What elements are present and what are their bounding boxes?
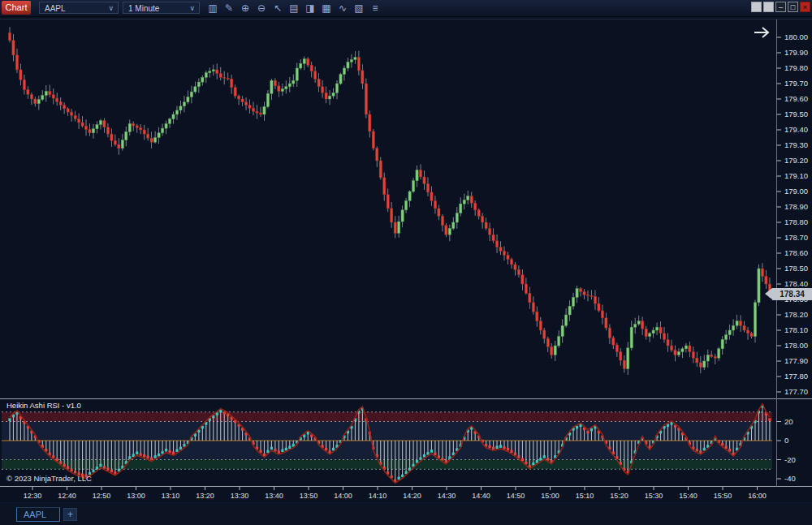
time-axis-label: 15:50 xyxy=(714,492,732,500)
time-axis-label: 14:10 xyxy=(369,492,387,500)
price-axis-label: 178.20 xyxy=(784,310,808,319)
rsi-axis-label: -40 xyxy=(784,474,796,483)
time-axis-label: 15:40 xyxy=(679,492,698,500)
cursor-icon[interactable]: ↖ xyxy=(270,1,286,16)
price-axis[interactable]: 180.00179.90179.80179.70179.60179.50179.… xyxy=(777,32,809,396)
time-axis-label: 14:50 xyxy=(507,492,525,500)
price-axis-label: 178.10 xyxy=(784,325,808,334)
time-axis-label: 13:30 xyxy=(231,492,249,500)
price-axis-label: 179.40 xyxy=(784,125,808,134)
layout-slot-2-button[interactable] xyxy=(763,2,774,12)
rsi-axis-label: 20 xyxy=(784,417,793,426)
price-axis-label: 179.20 xyxy=(784,156,808,165)
time-axis[interactable]: 12:3012:4012:5013:0013:1013:2013:3013:40… xyxy=(24,487,767,500)
zoom-in-icon[interactable]: ⊕ xyxy=(237,1,253,16)
price-axis-label: 178.80 xyxy=(784,217,808,226)
price-axis-label: 179.30 xyxy=(784,140,808,149)
price-axis-label: 178.40 xyxy=(784,279,808,288)
symbol-select-value: AAPL xyxy=(45,4,66,13)
price-axis-label: 178.00 xyxy=(784,341,808,350)
interval-select[interactable]: 1 Minute ∨ xyxy=(123,2,200,14)
window-title-badge: Chart xyxy=(2,1,31,15)
time-axis-label: 13:40 xyxy=(265,492,283,500)
symbol-select[interactable]: AAPL ∨ xyxy=(39,2,119,14)
time-axis-label: 15:20 xyxy=(610,492,628,500)
price-axis-label: 177.70 xyxy=(784,387,808,396)
price-axis-label: 179.00 xyxy=(784,187,808,196)
last-price-value: 178.34 xyxy=(772,288,812,300)
time-axis-label: 15:30 xyxy=(645,492,663,500)
chart-style-icon[interactable]: ▥ xyxy=(205,1,221,16)
candlestick-series xyxy=(8,27,771,375)
price-axis-label: 177.80 xyxy=(784,372,808,381)
price-axis-label: 179.70 xyxy=(784,79,808,88)
copyright-text: © 2023 NinjaTrader, LLC xyxy=(6,474,92,483)
rsi-axis-label: 0 xyxy=(784,436,788,445)
properties-icon[interactable]: ▧ xyxy=(351,1,367,16)
window-controls: –□× xyxy=(749,2,810,13)
chevron-down-icon: ∨ xyxy=(108,2,114,15)
time-axis-label: 13:50 xyxy=(300,492,318,500)
time-axis-label: 12:50 xyxy=(93,492,111,500)
chart-window: 180.00179.90179.80179.70179.60179.50179.… xyxy=(0,0,812,525)
time-axis-label: 12:30 xyxy=(24,492,42,500)
price-axis-label: 178.50 xyxy=(784,264,808,273)
add-tab-button[interactable]: + xyxy=(63,508,77,521)
minimize-button[interactable]: – xyxy=(775,2,786,12)
chart-trader-icon[interactable]: ◨ xyxy=(302,1,318,16)
time-axis-label: 13:00 xyxy=(127,492,145,500)
price-axis-label: 178.60 xyxy=(784,248,808,257)
indicator-title: Heikin Ashi RSI - v1.0 xyxy=(6,401,81,410)
time-axis-label: 13:10 xyxy=(162,492,180,500)
indicators-icon[interactable]: ▦ xyxy=(318,1,335,16)
close-button[interactable]: × xyxy=(800,2,810,12)
zoom-out-icon[interactable]: ⊖ xyxy=(253,1,270,16)
settings-list-icon[interactable]: ≡ xyxy=(367,1,383,16)
data-series-icon[interactable]: ▤ xyxy=(286,1,302,16)
price-axis-label: 179.80 xyxy=(784,63,808,72)
time-axis-label: 14:30 xyxy=(438,492,456,500)
price-axis-label: 179.60 xyxy=(784,94,808,103)
time-axis-label: 12:40 xyxy=(58,492,76,500)
heikin-ashi-rsi-panel: 200-20-40 xyxy=(2,404,796,484)
interval-select-value: 1 Minute xyxy=(128,4,159,13)
price-axis-label: 179.50 xyxy=(784,110,808,118)
draw-tools-icon[interactable]: ✎ xyxy=(221,1,237,16)
price-axis-label: 178.70 xyxy=(784,233,808,242)
toolbar: Chart AAPL ∨ 1 Minute ∨ ▥✎⊕⊖↖▤◨▦∿▧≡ –□× xyxy=(0,0,812,17)
strategies-icon[interactable]: ∿ xyxy=(335,1,351,16)
time-axis-label: 14:20 xyxy=(403,492,421,500)
price-axis-label: 179.90 xyxy=(784,48,808,57)
price-axis-label: 178.90 xyxy=(784,202,808,211)
chart-canvas[interactable]: 180.00179.90179.80179.70179.60179.50179.… xyxy=(0,0,812,525)
price-axis-label: 177.90 xyxy=(784,356,808,365)
layout-slot-1-button[interactable] xyxy=(751,2,762,12)
time-axis-label: 15:10 xyxy=(576,492,594,500)
time-axis-label: 16:00 xyxy=(748,492,767,500)
time-axis-label: 13:20 xyxy=(196,492,214,500)
rsi-axis-label: -20 xyxy=(784,455,796,464)
last-price-marker-arrow xyxy=(765,288,772,299)
price-axis-label: 180.00 xyxy=(784,32,808,41)
restore-button[interactable]: □ xyxy=(788,2,798,12)
go-to-end-arrow-icon[interactable] xyxy=(754,28,768,37)
chevron-down-icon: ∨ xyxy=(189,2,195,15)
time-axis-label: 14:00 xyxy=(334,492,352,500)
tab-bar: AAPL + xyxy=(0,502,812,525)
price-axis-label: 179.10 xyxy=(784,171,808,180)
toolbar-icons: ▥✎⊕⊖↖▤◨▦∿▧≡ xyxy=(205,0,383,16)
time-axis-label: 14:40 xyxy=(472,492,490,500)
time-axis-label: 15:00 xyxy=(541,492,559,500)
tab-aapl[interactable]: AAPL xyxy=(16,507,60,522)
